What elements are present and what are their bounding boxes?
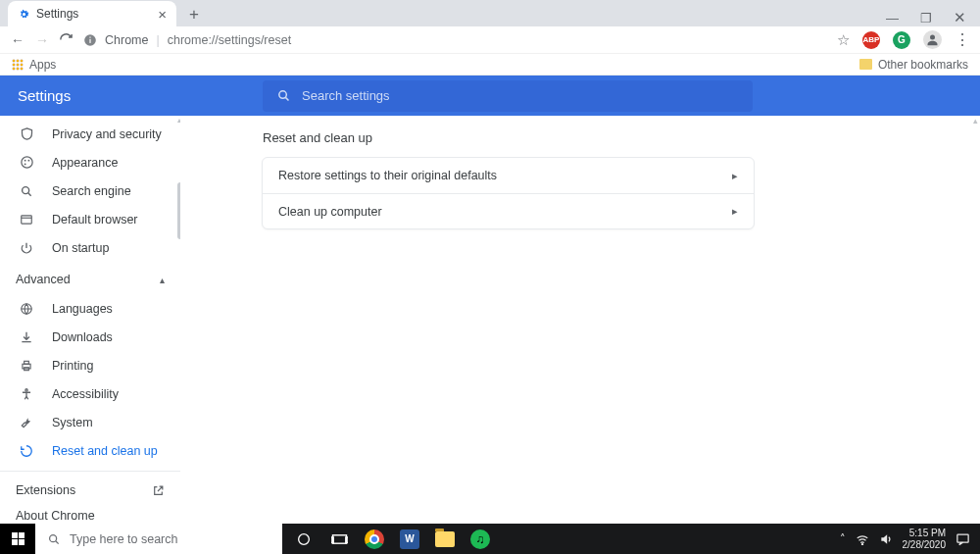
globe-icon bbox=[19, 302, 34, 316]
wifi-icon[interactable] bbox=[856, 533, 869, 545]
svg-point-18 bbox=[25, 388, 27, 390]
sidebar-section-advanced[interactable]: Advanced ▴ bbox=[0, 262, 180, 294]
sidebar-item-languages[interactable]: Languages bbox=[0, 294, 180, 323]
task-view-icon[interactable] bbox=[321, 524, 357, 554]
search-placeholder: Search settings bbox=[302, 88, 390, 103]
other-bookmarks[interactable]: Other bookmarks bbox=[859, 58, 968, 72]
folder-icon bbox=[859, 59, 872, 70]
apps-shortcut[interactable]: Apps bbox=[12, 58, 56, 72]
reset-settings-row[interactable]: Restore settings to their original defau… bbox=[263, 158, 754, 193]
power-icon bbox=[19, 241, 34, 255]
shield-icon bbox=[19, 126, 34, 141]
taskbar-chrome[interactable] bbox=[357, 524, 392, 554]
row-label: Restore settings to their original defau… bbox=[278, 169, 497, 182]
windows-taskbar: Type here to search W ♫ ˄ 5:15 PM 2/28/2… bbox=[0, 524, 980, 554]
gear-icon bbox=[18, 8, 30, 21]
chevron-right-icon: ▸ bbox=[732, 170, 738, 182]
chevron-up-icon: ▴ bbox=[160, 275, 165, 285]
sidebar-item-downloads[interactable]: Downloads bbox=[0, 323, 180, 351]
new-tab-button[interactable]: + bbox=[182, 3, 206, 26]
sidebar-item-printing[interactable]: Printing bbox=[0, 351, 180, 379]
svg-rect-16 bbox=[24, 361, 29, 364]
sidebar-item-accessibility[interactable]: Accessibility bbox=[0, 379, 180, 408]
sidebar-item-extensions[interactable]: Extensions bbox=[0, 478, 180, 503]
svg-rect-12 bbox=[22, 215, 32, 223]
settings-main: ▴ Reset and clean up Restore settings to… bbox=[180, 116, 980, 547]
sidebar-item-search-engine[interactable]: Search engine bbox=[0, 176, 180, 205]
restore-icon bbox=[19, 444, 34, 458]
taskbar-explorer[interactable] bbox=[427, 524, 463, 554]
cortana-icon[interactable] bbox=[286, 524, 321, 554]
extension-abp-icon[interactable]: ABP bbox=[862, 31, 880, 49]
content-area: ▴ Privacy and security Appearance Search… bbox=[0, 116, 980, 547]
taskbar-spotify[interactable]: ♫ bbox=[463, 524, 498, 554]
wrench-icon bbox=[19, 416, 34, 429]
settings-header: Settings Search settings bbox=[0, 76, 980, 116]
svg-line-5 bbox=[285, 97, 288, 100]
svg-point-3 bbox=[930, 35, 935, 40]
maximize-icon[interactable]: ❐ bbox=[920, 11, 932, 25]
download-icon bbox=[19, 330, 34, 344]
settings-card: Restore settings to their original defau… bbox=[262, 157, 755, 229]
url-chip: Chrome bbox=[105, 33, 148, 47]
site-info-icon[interactable] bbox=[83, 33, 97, 47]
taskbar-word[interactable]: W bbox=[392, 524, 427, 554]
chevron-right-icon: ▸ bbox=[732, 205, 738, 218]
chrome-icon bbox=[365, 529, 384, 549]
taskbar-search[interactable]: Type here to search bbox=[35, 524, 282, 554]
close-window-icon[interactable]: ✕ bbox=[954, 9, 966, 26]
bookmarks-bar: Apps Other bookmarks bbox=[0, 54, 980, 76]
svg-line-11 bbox=[28, 192, 31, 195]
forward-button[interactable]: → bbox=[34, 32, 50, 48]
advanced-label: Advanced bbox=[16, 273, 71, 286]
profile-avatar-icon[interactable] bbox=[923, 30, 942, 49]
minimize-icon[interactable]: — bbox=[886, 11, 899, 25]
sidebar-item-label: On startup bbox=[52, 241, 109, 255]
scroll-up-icon[interactable]: ▴ bbox=[973, 116, 978, 126]
about-label: About Chrome bbox=[16, 509, 95, 523]
extension-grammarly-icon[interactable]: G bbox=[893, 31, 910, 49]
sidebar-item-default-browser[interactable]: Default browser bbox=[0, 205, 180, 233]
sidebar-item-system[interactable]: System bbox=[0, 408, 180, 436]
sidebar-item-label: Search engine bbox=[52, 184, 131, 198]
system-tray: ˄ 5:15 PM 2/28/2020 bbox=[840, 528, 981, 551]
svg-rect-2 bbox=[89, 36, 90, 37]
volume-icon[interactable] bbox=[879, 532, 893, 546]
taskbar-clock[interactable]: 5:15 PM 2/28/2020 bbox=[903, 528, 947, 551]
svg-rect-22 bbox=[332, 534, 346, 542]
other-bookmarks-label: Other bookmarks bbox=[878, 58, 968, 72]
menu-icon[interactable]: ⋮ bbox=[955, 34, 970, 46]
browser-tab[interactable]: Settings × bbox=[8, 1, 176, 26]
printer-icon bbox=[19, 359, 34, 373]
cleanup-computer-row[interactable]: Clean up computer ▸ bbox=[263, 193, 754, 228]
url-text: chrome://settings/reset bbox=[168, 33, 291, 47]
sidebar-item-appearance[interactable]: Appearance bbox=[0, 148, 180, 176]
window-controls: — ❐ ✕ bbox=[886, 9, 980, 26]
start-button[interactable] bbox=[0, 524, 35, 554]
star-icon[interactable]: ☆ bbox=[837, 31, 850, 49]
section-title: Reset and clean up bbox=[263, 130, 980, 145]
address-bar[interactable]: Chrome | chrome://settings/reset bbox=[83, 33, 828, 47]
clock-time: 5:15 PM bbox=[909, 528, 946, 539]
sidebar-item-label: Downloads bbox=[52, 330, 113, 344]
sidebar-item-label: Appearance bbox=[52, 156, 118, 170]
svg-point-25 bbox=[861, 543, 862, 544]
sidebar-item-label: Privacy and security bbox=[52, 127, 162, 141]
windows-logo-icon bbox=[12, 532, 24, 545]
sidebar-item-on-startup[interactable]: On startup bbox=[0, 233, 180, 262]
svg-point-7 bbox=[24, 160, 25, 162]
close-icon[interactable]: × bbox=[158, 6, 167, 23]
svg-point-6 bbox=[21, 157, 31, 168]
tray-chevron-icon[interactable]: ˄ bbox=[840, 532, 846, 545]
sidebar-item-privacy[interactable]: Privacy and security bbox=[0, 120, 180, 148]
palette-icon bbox=[19, 155, 34, 170]
back-button[interactable]: ← bbox=[10, 32, 25, 48]
svg-point-19 bbox=[50, 534, 57, 541]
action-center-icon[interactable] bbox=[956, 532, 970, 546]
reload-button[interactable] bbox=[59, 32, 74, 47]
word-icon: W bbox=[400, 529, 419, 549]
settings-search[interactable]: Search settings bbox=[263, 80, 753, 112]
sidebar-item-reset[interactable]: Reset and clean up bbox=[0, 436, 180, 465]
svg-point-9 bbox=[24, 163, 25, 165]
svg-point-8 bbox=[27, 160, 29, 162]
